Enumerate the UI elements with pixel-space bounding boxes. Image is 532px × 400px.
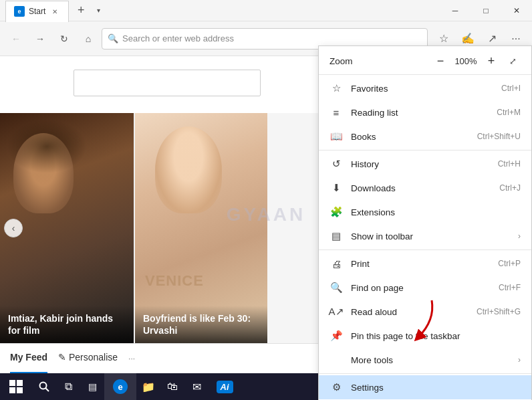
print-icon: 🖨: [329, 258, 343, 270]
find-shortcut: Ctrl+F: [499, 283, 521, 292]
history-shortcut: Ctrl+H: [498, 159, 521, 169]
zoom-plus-button[interactable]: +: [483, 53, 499, 69]
books-menu-item[interactable]: 📖 Books Ctrl+Shift+U: [319, 124, 531, 148]
maximize-button[interactable]: □: [471, 0, 501, 21]
minimize-button[interactable]: ─: [440, 0, 471, 21]
find-icon: 🔍: [329, 282, 343, 294]
menu-divider-3: [319, 249, 531, 250]
edge-taskbar-button[interactable]: e: [104, 373, 136, 400]
task-view-button[interactable]: ⧉: [56, 373, 80, 400]
menu-divider-1: [319, 74, 531, 75]
search-area: [74, 70, 261, 96]
books-label: Books: [351, 132, 477, 142]
news-card-2[interactable]: VENICE Boyfriend is like Feb 30: Urvashi: [134, 113, 267, 343]
print-menu-item[interactable]: 🖨 Print Ctrl+P: [319, 252, 531, 276]
show-toolbar-icon: ▤: [329, 230, 343, 242]
read-aloud-shortcut: Ctrl+Shift+G: [477, 307, 521, 316]
refresh-button[interactable]: ↻: [53, 28, 75, 49]
news-card-2-title: Boyfriend is like Feb 30: Urvashi: [135, 306, 267, 343]
show-in-toolbar-menu-item[interactable]: ▤ Show in toolbar ›: [319, 224, 531, 248]
search-icon: [38, 381, 50, 393]
news-card-1[interactable]: ‹ Imtiaz, Kabir join hands for film: [0, 113, 134, 343]
svg-rect-4: [17, 387, 23, 393]
downloads-label: Downloads: [351, 183, 499, 193]
taskbar-icon-1[interactable]: ▤: [80, 373, 104, 400]
show-toolbar-arrow: ›: [518, 231, 521, 241]
extensions-label: Extensions: [351, 207, 521, 217]
menu-divider-2: [319, 150, 531, 151]
read-aloud-menu-item[interactable]: A↗ Read aloud Ctrl+Shift+G: [319, 300, 531, 324]
history-label: History: [351, 159, 498, 169]
print-shortcut: Ctrl+P: [498, 259, 521, 268]
close-button[interactable]: ✕: [501, 0, 532, 21]
home-button[interactable]: ⌂: [78, 28, 99, 49]
reading-list-icon: ≡: [329, 107, 343, 118]
pin-icon: 📌: [329, 330, 343, 342]
pin-taskbar-menu-item[interactable]: 📌 Pin this page to the taskbar: [319, 324, 531, 348]
ai-button[interactable]: Ai: [209, 373, 241, 400]
zoom-row: Zoom − 100% + ⤢: [319, 49, 531, 73]
browser-tab[interactable]: e Start ✕: [5, 1, 69, 22]
find-menu-item[interactable]: 🔍 Find on page Ctrl+F: [319, 276, 531, 300]
ai-badge: Ai: [217, 381, 233, 393]
downloads-menu-item[interactable]: ⬇ Downloads Ctrl+J: [319, 176, 531, 200]
tab-group: e Start ✕ + ▾: [5, 0, 106, 21]
tab-favicon: e: [14, 6, 25, 17]
settings-menu-item[interactable]: ⚙ Settings: [319, 375, 531, 399]
extensions-menu-item[interactable]: 🧩 Extensions: [319, 200, 531, 224]
tab-close-button[interactable]: ✕: [49, 6, 60, 17]
reading-list-shortcut: Ctrl+M: [497, 108, 521, 117]
show-toolbar-label: Show in toolbar: [351, 231, 513, 241]
my-feed-tab[interactable]: My Feed: [10, 344, 47, 373]
fullscreen-button[interactable]: ⤢: [505, 53, 521, 69]
folder-button[interactable]: 📁: [136, 373, 160, 400]
reading-list-menu-item[interactable]: ≡ Reading list Ctrl+M: [319, 100, 531, 124]
personalise-tab[interactable]: ✎ Personalise: [58, 344, 118, 373]
read-aloud-label: Read aloud: [351, 307, 477, 317]
downloads-icon: ⬇: [329, 182, 343, 194]
downloads-shortcut: Ctrl+J: [499, 183, 521, 193]
start-button[interactable]: [0, 373, 32, 400]
zoom-controls: − 100% + ⤢: [432, 53, 521, 69]
svg-rect-1: [9, 380, 15, 386]
read-aloud-icon: A↗: [329, 306, 343, 318]
tab-title: Start: [29, 7, 45, 16]
more-tools-menu-item[interactable]: More tools ›: [319, 348, 531, 372]
find-label: Find on page: [351, 283, 499, 293]
feed-more-button[interactable]: ···: [128, 354, 135, 363]
title-bar-left: e Start ✕ + ▾: [0, 0, 112, 21]
taskbar-search-button[interactable]: [32, 373, 56, 400]
extensions-icon: 🧩: [329, 206, 343, 218]
mail-button[interactable]: ✉: [184, 373, 209, 400]
title-bar: e Start ✕ + ▾ ─ □ ✕: [0, 0, 532, 21]
back-button[interactable]: ←: [5, 28, 27, 49]
context-menu: Zoom − 100% + ⤢ ☆ Favorites Ctrl+I ≡ Rea…: [318, 45, 532, 400]
zoom-minus-button[interactable]: −: [432, 53, 448, 69]
books-icon: 📖: [329, 130, 343, 142]
more-tools-label: More tools: [351, 355, 513, 365]
favorites-label: Favorites: [351, 84, 501, 94]
history-menu-item[interactable]: ↺ History Ctrl+H: [319, 152, 531, 176]
favorites-icon: ☆: [329, 82, 343, 94]
news-card-1-title: Imtiaz, Kabir join hands for film: [0, 306, 134, 343]
search-input[interactable]: [74, 70, 261, 96]
store-button[interactable]: 🛍: [160, 373, 184, 400]
prev-arrow[interactable]: ‹: [4, 219, 23, 237]
window-controls: ─ □ ✕: [440, 0, 532, 21]
favorites-menu-item[interactable]: ☆ Favorites Ctrl+I: [319, 76, 531, 100]
zoom-value: 100%: [454, 56, 478, 66]
forward-button[interactable]: →: [29, 28, 51, 49]
svg-rect-2: [17, 380, 23, 386]
reading-list-label: Reading list: [351, 108, 497, 118]
history-icon: ↺: [329, 158, 343, 170]
more-tools-arrow: ›: [518, 355, 521, 365]
print-label: Print: [351, 259, 498, 269]
books-shortcut: Ctrl+Shift+U: [477, 132, 521, 141]
pin-label: Pin this page to the taskbar: [351, 331, 521, 341]
edge-icon: e: [113, 379, 128, 394]
new-tab-button[interactable]: +: [72, 1, 90, 20]
favorites-shortcut: Ctrl+I: [501, 84, 521, 93]
tab-dropdown-button[interactable]: ▾: [90, 3, 106, 19]
svg-rect-3: [9, 387, 15, 393]
svg-line-6: [45, 388, 49, 391]
